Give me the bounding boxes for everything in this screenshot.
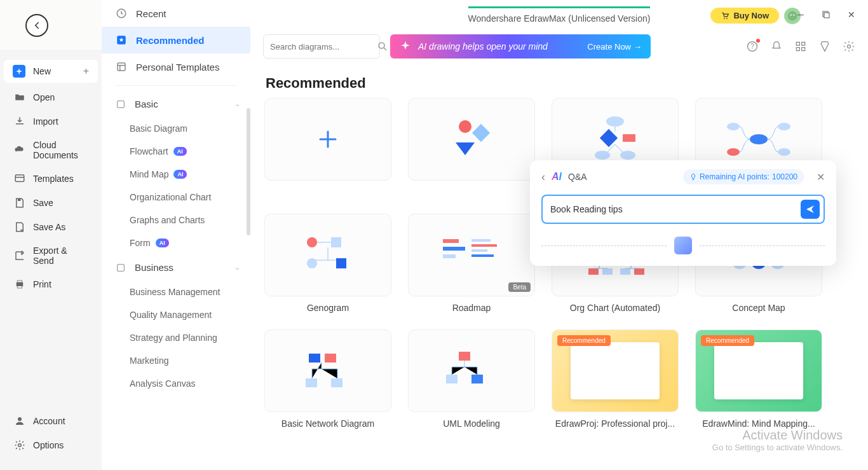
primary-sidebar: + New + Open Import Cloud Documents Temp… — [0, 0, 102, 470]
cat-item-quality-management[interactable]: Quality Management — [102, 303, 250, 326]
cat-item-marketing[interactable]: Marketing — [102, 349, 250, 372]
template-card[interactable]: UML Modeling — [408, 329, 535, 429]
template-label: Basic Network Diagram — [264, 418, 391, 429]
cat-item-label: Mind Map — [130, 169, 168, 179]
svg-point-13 — [726, 18, 728, 19]
recommended-badge: Recommended — [557, 335, 611, 346]
cat-item-business-management[interactable]: Business Management — [102, 280, 250, 303]
template-card[interactable]: RecommendedEdrawProj: Professional proj.… — [552, 329, 679, 429]
buy-now-button[interactable]: Buy Now — [710, 8, 779, 24]
svg-rect-62 — [325, 354, 336, 363]
templates-icon — [14, 173, 25, 184]
minimize-button[interactable]: ─ — [788, 2, 813, 27]
svg-rect-63 — [306, 378, 317, 387]
ai-banner[interactable]: AI drawing helps open your mind Create N… — [390, 34, 651, 59]
sidebar-item-saveas[interactable]: Save As — [0, 215, 102, 239]
maximize-button[interactable] — [813, 2, 839, 27]
svg-rect-64 — [331, 378, 342, 387]
sidebar-item-import[interactable]: Import — [0, 109, 102, 134]
svg-rect-49 — [471, 254, 494, 257]
cat-item-graphs-and-charts[interactable]: Graphs and Charts — [102, 209, 250, 232]
template-label: Roadmap — [408, 303, 535, 313]
svg-point-34 — [750, 134, 768, 144]
svg-rect-48 — [471, 249, 487, 252]
theme-button[interactable] — [818, 40, 831, 53]
apps-button[interactable] — [794, 40, 807, 53]
sidebar-item-account[interactable]: Account — [0, 409, 102, 433]
cat-item-basic-diagram[interactable]: Basic Diagram — [102, 117, 250, 140]
cat-item-analysis-canvas[interactable]: Analysis Canvas — [102, 372, 250, 395]
template-thumb — [264, 214, 391, 296]
template-thumb — [264, 329, 391, 412]
cat-item-label: Business Management — [130, 287, 220, 297]
qa-input[interactable] — [550, 204, 801, 214]
arrow-left-icon — [31, 20, 43, 31]
template-card[interactable] — [408, 98, 535, 197]
cat-recommended[interactable]: Recommended — [102, 27, 250, 53]
svg-rect-54 — [602, 268, 613, 275]
back-button[interactable] — [25, 14, 48, 37]
template-card[interactable]: BetaRoadmap — [408, 214, 535, 313]
sidebar-item-cloud[interactable]: Cloud Documents — [0, 134, 102, 167]
sidebar-item-templates[interactable]: Templates — [0, 167, 102, 191]
qa-close-button[interactable]: ✕ — [817, 171, 825, 183]
svg-point-33 — [620, 151, 635, 160]
star-icon — [116, 34, 127, 46]
cat-item-mind-map[interactable]: Mind MapAI — [102, 163, 250, 186]
qa-send-button[interactable] — [801, 200, 820, 219]
cat-item-form[interactable]: FormAI — [102, 232, 250, 254]
svg-rect-1 — [18, 198, 21, 201]
help-button[interactable]: ? — [746, 40, 759, 53]
template-label: Genogram — [264, 303, 391, 313]
beta-badge: Beta — [508, 282, 531, 292]
qa-points-value: 100200 — [772, 172, 797, 181]
save-icon — [14, 197, 25, 209]
sidebar-item-print[interactable]: Print — [0, 272, 102, 296]
svg-point-12 — [724, 18, 725, 19]
svg-point-32 — [595, 151, 610, 160]
cat-header-basic[interactable]: Basic⌄ — [102, 91, 250, 117]
qa-back-button[interactable]: ‹ — [541, 170, 545, 184]
template-card[interactable]: Basic Network Diagram — [264, 329, 391, 429]
template-card[interactable]: Genogram — [264, 214, 391, 313]
options-label: Options — [33, 440, 64, 450]
svg-rect-43 — [443, 239, 459, 243]
svg-point-19 — [379, 43, 384, 48]
template-card[interactable] — [264, 98, 391, 197]
chevron-down-icon: ⌄ — [234, 263, 240, 272]
cat-header-business[interactable]: Business⌄ — [102, 254, 250, 280]
sidebar-item-export[interactable]: Export & Send — [0, 239, 102, 272]
qa-points-label: Remaining AI points: — [700, 172, 770, 181]
cat-item-flowchart[interactable]: FlowchartAI — [102, 140, 250, 163]
cat-item-label: Organizational Chart — [130, 192, 211, 202]
svg-rect-18 — [824, 13, 829, 18]
close-button[interactable]: ✕ — [839, 2, 864, 27]
template-thumb: Recommended — [695, 329, 822, 412]
template-card[interactable]: RecommendedEdrawMind: Mind Mapping... — [695, 329, 822, 429]
sidebar-item-open[interactable]: Open — [0, 85, 102, 109]
sidebar-item-new[interactable]: + New + — [4, 60, 98, 83]
qa-points-badge[interactable]: Remaining AI points: 100200 — [683, 169, 804, 184]
sidebar-item-options[interactable]: Options — [0, 433, 102, 457]
qa-input-container — [541, 195, 825, 224]
clock-icon — [116, 8, 127, 19]
cat-item-organizational-chart[interactable]: Organizational Chart — [102, 186, 250, 209]
svg-text:?: ? — [750, 43, 754, 50]
svg-rect-31 — [623, 134, 635, 142]
cat-label: Recent — [136, 8, 166, 19]
import-icon — [14, 116, 25, 127]
svg-point-5 — [18, 417, 22, 421]
svg-rect-66 — [446, 375, 458, 384]
search-input[interactable] — [270, 42, 377, 52]
bell-button[interactable] — [770, 40, 783, 53]
ai-logo-icon: AI — [552, 171, 562, 183]
svg-rect-0 — [15, 175, 24, 182]
sidebar-item-save[interactable]: Save — [0, 191, 102, 215]
sidebar-header — [0, 0, 102, 51]
cat-personal[interactable]: Personal Templates — [102, 53, 250, 80]
search-box[interactable] — [263, 34, 380, 59]
cat-item-strategy-and-planning[interactable]: Strategy and Planning — [102, 326, 250, 349]
cat-recent[interactable]: Recent — [102, 0, 250, 27]
ai-badge: AI — [173, 147, 187, 156]
settings-button[interactable] — [843, 40, 855, 53]
